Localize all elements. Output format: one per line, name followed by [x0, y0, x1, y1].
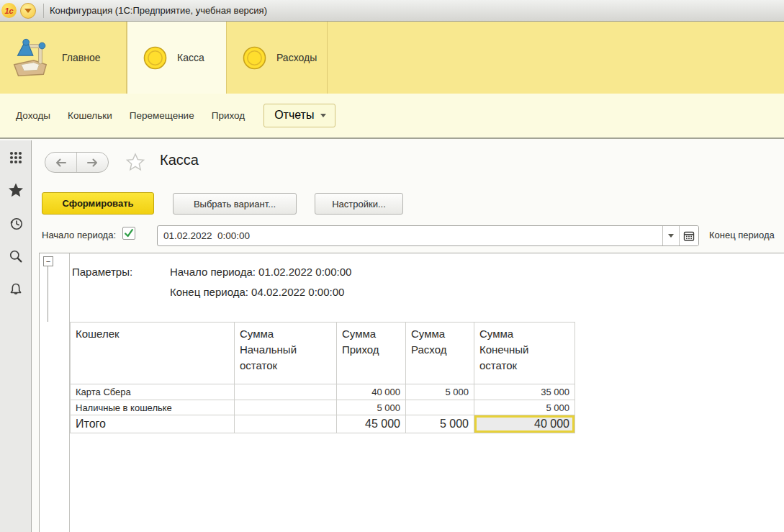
- col-header-expense[interactable]: Сумма Расход: [406, 323, 474, 384]
- section-tab-bar: Главное Касса Расходы: [0, 22, 784, 94]
- submenu-item-receipt[interactable]: Приход: [212, 110, 245, 121]
- tab-expenses[interactable]: Расходы: [227, 22, 328, 94]
- settings-button[interactable]: Настройки...: [315, 193, 403, 215]
- tab-main[interactable]: Главное: [0, 22, 127, 94]
- page-title: Касса: [160, 152, 199, 168]
- cell-expense[interactable]: 5 000: [406, 384, 474, 400]
- param-end-value: Конец периода: 04.02.2022 0:00:00: [170, 286, 344, 298]
- cell-wallet[interactable]: Карта Сбера: [71, 384, 235, 400]
- report-left-divider: [39, 253, 40, 532]
- sidebar-history-button[interactable]: [8, 215, 24, 231]
- date-dropdown-button[interactable]: [662, 226, 679, 245]
- bell-icon: [9, 282, 23, 297]
- arrow-left-icon: [55, 158, 67, 167]
- chevron-down-icon: [320, 114, 326, 117]
- cell-wallet[interactable]: Наличные в кошельке: [71, 400, 235, 415]
- 1c-logo-icon: 1с: [1, 3, 17, 18]
- history-clock-icon: [9, 216, 24, 231]
- header-row: Кошелек Сумма Начальный остаток Сумма Пр…: [71, 323, 575, 384]
- reports-dropdown-label: Отчеты: [274, 109, 314, 122]
- selected-cell-closing-total[interactable]: 40 000: [474, 415, 575, 433]
- params-label: Параметры:: [72, 266, 132, 278]
- back-button[interactable]: [45, 153, 76, 172]
- cell-wallet-total[interactable]: Итого: [71, 415, 235, 433]
- table-row: Наличные в кошельке 5 000 5 000: [71, 400, 575, 415]
- window-title: Конфигурация (1С:Предприятие, учебная ве…: [50, 5, 267, 16]
- param-start-value: Начало периода: 01.02.2022 0:00:00: [170, 266, 351, 278]
- sidebar: [0, 140, 32, 532]
- report-table: Кошелек Сумма Начальный остаток Сумма Пр…: [70, 322, 575, 433]
- period-end-label: Конец периода: [709, 230, 775, 240]
- history-nav-group: [45, 152, 109, 173]
- col-header-income[interactable]: Сумма Приход: [337, 323, 406, 384]
- arrow-right-icon: [86, 158, 99, 167]
- total-row: Итого 45 000 5 000 40 000: [71, 415, 575, 433]
- favorite-toggle[interactable]: [125, 152, 145, 172]
- period-start-label: Начало периода:: [42, 230, 116, 240]
- period-start-field: [157, 225, 699, 246]
- 1c-logo-text: 1с: [4, 6, 13, 15]
- report-top-divider: [39, 253, 784, 253]
- tab-kassa[interactable]: Касса: [127, 22, 227, 94]
- cell-expense[interactable]: [406, 400, 474, 415]
- chevron-down-icon: [24, 9, 32, 13]
- chevron-down-icon: [668, 234, 674, 238]
- table-row: Карта Сбера 40 000 5 000 35 000: [71, 384, 575, 400]
- col-header-wallet[interactable]: Кошелек: [71, 323, 235, 384]
- sidebar-notifications-button[interactable]: [8, 281, 24, 297]
- tab-expenses-label: Расходы: [276, 52, 317, 63]
- reports-dropdown-button[interactable]: Отчеты: [263, 104, 335, 127]
- search-icon: [9, 249, 23, 263]
- title-bar: 1с Конфигурация (1С:Предприятие, учебная…: [0, 0, 784, 22]
- app-window: 1с Конфигурация (1С:Предприятие, учебная…: [0, 0, 784, 532]
- star-icon: [8, 182, 24, 198]
- sidebar-favorites-button[interactable]: [8, 182, 24, 198]
- desk-lamp-icon: [7, 35, 52, 80]
- tab-main-label: Главное: [62, 52, 101, 63]
- cell-income[interactable]: 5 000: [337, 400, 406, 415]
- calendar-icon: [683, 230, 695, 242]
- apps-grid-icon: [9, 150, 23, 165]
- cell-closing[interactable]: 35 000: [474, 384, 575, 400]
- submenu-item-wallets[interactable]: Кошельки: [68, 110, 112, 121]
- cell-opening[interactable]: [235, 384, 337, 400]
- cell-income[interactable]: 40 000: [337, 384, 406, 400]
- submenu-item-incomes[interactable]: Доходы: [16, 110, 50, 121]
- cell-income-total[interactable]: 45 000: [337, 415, 406, 433]
- period-start-checkbox[interactable]: [122, 227, 135, 240]
- star-outline-icon: [125, 152, 145, 172]
- sidebar-search-button[interactable]: [8, 248, 24, 264]
- select-variant-button[interactable]: Выбрать вариант...: [173, 193, 297, 215]
- main-menu-button[interactable]: [20, 3, 36, 19]
- coin-icon: [143, 46, 167, 70]
- col-header-closing[interactable]: Сумма Конечный остаток: [474, 323, 575, 384]
- collapse-group-button[interactable]: −: [43, 256, 53, 266]
- generate-button[interactable]: Сформировать: [42, 192, 154, 215]
- calendar-button[interactable]: [679, 226, 698, 245]
- cell-opening-total[interactable]: [235, 415, 337, 433]
- coin-icon: [243, 46, 266, 70]
- period-start-input[interactable]: [158, 226, 662, 245]
- cell-expense-total[interactable]: 5 000: [406, 415, 474, 433]
- forward-button[interactable]: [76, 153, 108, 172]
- sidebar-menu-button[interactable]: [8, 150, 24, 166]
- cell-opening[interactable]: [235, 400, 337, 415]
- checkmark-icon: [124, 228, 134, 238]
- titlebar-separator: [43, 4, 44, 18]
- cell-closing[interactable]: 5 000: [474, 400, 575, 415]
- submenu-bar: Доходы Кошельки Перемещение Приход Отчет…: [0, 94, 784, 139]
- group-bracket-line: [48, 266, 48, 322]
- col-header-opening[interactable]: Сумма Начальный остаток: [235, 323, 337, 384]
- tab-kassa-label: Касса: [177, 52, 204, 63]
- submenu-item-transfer[interactable]: Перемещение: [130, 110, 194, 121]
